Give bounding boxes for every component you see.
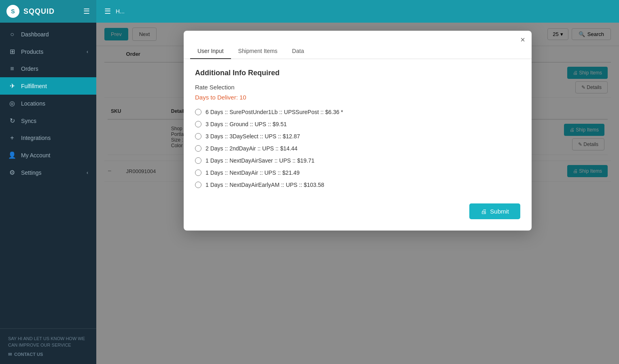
- products-icon: ⊞: [8, 48, 16, 55]
- app-title: SQQUID: [23, 7, 55, 16]
- radio-input-1[interactable]: [195, 109, 201, 115]
- modal-close-bar: ×: [184, 31, 532, 44]
- radio-input-2[interactable]: [195, 121, 201, 127]
- radio-options: 6 Days :: SurePostUnder1Lb :: UPSSurePos…: [195, 109, 520, 188]
- radio-input-7[interactable]: [195, 182, 201, 188]
- tab-shipment-items[interactable]: Shipment Items: [231, 44, 285, 59]
- sidebar-item-fulfillment[interactable]: ✈ Fulfillment: [0, 77, 96, 95]
- sidebar: S SQQUID ☰ ○ Dashboard ⊞ Products ‹≡ Ord…: [0, 0, 96, 364]
- sidebar-item-orders[interactable]: ≡ Orders: [0, 60, 96, 77]
- sidebar-nav: ○ Dashboard ⊞ Products ‹≡ Orders ✈ Fulfi…: [0, 23, 96, 328]
- sidebar-item-label: Syncs: [21, 118, 36, 124]
- radio-label-6: 1 Days :: NextDayAir :: UPS :: $21.49: [206, 169, 300, 176]
- contact-link[interactable]: ✉ CONTACT US: [8, 351, 88, 358]
- radio-option-1[interactable]: 6 Days :: SurePostUnder1Lb :: UPSSurePos…: [195, 109, 520, 115]
- sidebar-header: S SQQUID ☰: [0, 0, 96, 23]
- radio-label-3: 3 Days :: 3DaySelect :: UPS :: $12.87: [206, 133, 300, 140]
- dashboard-icon: ○: [8, 31, 16, 38]
- radio-input-5[interactable]: [195, 157, 201, 164]
- radio-option-5[interactable]: 1 Days :: NextDayAirSaver :: UPS :: $19.…: [195, 157, 520, 164]
- chevron-icon: ‹: [87, 49, 88, 55]
- rate-section-label: Rate Selection: [195, 84, 520, 91]
- logo-icon: S: [6, 5, 19, 18]
- modal-tabs: User InputShipment ItemsData: [184, 44, 532, 59]
- tab-data[interactable]: Data: [285, 44, 312, 59]
- syncs-icon: ↻: [8, 117, 16, 125]
- sidebar-item-integrations[interactable]: + Integrations: [0, 129, 96, 146]
- tab-user-input[interactable]: User Input: [190, 44, 231, 59]
- modal-dialog: × User InputShipment ItemsData Additiona…: [184, 31, 532, 231]
- print-icon: 🖨: [481, 208, 487, 215]
- radio-label-7: 1 Days :: NextDayAirEarlyAM :: UPS :: $1…: [206, 182, 324, 188]
- sidebar-item-label: Integrations: [21, 135, 51, 141]
- integrations-icon: +: [8, 134, 16, 142]
- topbar: ☰ H...: [96, 0, 619, 23]
- sidebar-item-locations[interactable]: ◎ Locations: [0, 95, 96, 112]
- settings-icon: ⚙: [8, 169, 16, 176]
- sidebar-item-label: Dashboard: [21, 31, 49, 38]
- sidebar-item-dashboard[interactable]: ○ Dashboard: [0, 26, 96, 43]
- sidebar-item-my-account[interactable]: 👤 My Account: [0, 146, 96, 164]
- modal-footer: 🖨 Submit: [195, 200, 520, 219]
- sidebar-item-products[interactable]: ⊞ Products ‹: [0, 43, 96, 60]
- orders-icon: ≡: [8, 65, 16, 72]
- mail-icon: ✉: [8, 351, 12, 358]
- radio-option-2[interactable]: 3 Days :: Ground :: UPS :: $9.51: [195, 121, 520, 127]
- footer-text: SAY HI AND LET US KNOW HOW WE CAN IMPROV…: [8, 336, 85, 348]
- sidebar-item-label: Products: [21, 49, 43, 55]
- content-area: Prev Next 25 ▾ 🔍 Search Order: [96, 23, 619, 364]
- radio-option-7[interactable]: 1 Days :: NextDayAirEarlyAM :: UPS :: $1…: [195, 182, 520, 188]
- radio-option-6[interactable]: 1 Days :: NextDayAir :: UPS :: $21.49: [195, 169, 520, 176]
- topbar-menu-icon[interactable]: ☰: [104, 7, 111, 16]
- sidebar-item-label: Orders: [21, 66, 38, 72]
- main-content: ☰ H... Prev Next 25 ▾ 🔍 Search: [96, 0, 619, 364]
- radio-option-3[interactable]: 3 Days :: 3DaySelect :: UPS :: $12.87: [195, 133, 520, 140]
- sidebar-item-label: My Account: [21, 152, 50, 159]
- submit-button[interactable]: 🖨 Submit: [469, 203, 520, 219]
- radio-label-2: 3 Days :: Ground :: UPS :: $9.51: [206, 121, 287, 127]
- radio-label-1: 6 Days :: SurePostUnder1Lb :: UPSSurePos…: [206, 109, 343, 115]
- modal-body: Additional Info Required Rate Selection …: [184, 59, 532, 231]
- modal-title: Additional Info Required: [195, 69, 520, 77]
- days-to-deliver: Days to Deliver: 10: [195, 94, 520, 101]
- radio-input-3[interactable]: [195, 133, 201, 140]
- radio-input-6[interactable]: [195, 169, 201, 176]
- chevron-icon: ‹: [87, 170, 88, 176]
- locations-icon: ◎: [8, 99, 16, 107]
- radio-input-4[interactable]: [195, 145, 201, 152]
- radio-label-5: 1 Days :: NextDayAirSaver :: UPS :: $19.…: [206, 157, 314, 164]
- radio-option-4[interactable]: 2 Days :: 2ndDayAir :: UPS :: $14.44: [195, 145, 520, 152]
- contact-label: CONTACT US: [14, 351, 43, 358]
- sidebar-item-label: Settings: [21, 169, 42, 176]
- breadcrumb: H...: [116, 8, 125, 15]
- hamburger-icon[interactable]: ☰: [83, 7, 90, 16]
- sidebar-item-label: Fulfillment: [21, 83, 47, 89]
- sidebar-item-syncs[interactable]: ↻ Syncs: [0, 112, 96, 129]
- sidebar-item-settings[interactable]: ⚙ Settings ‹: [0, 164, 96, 181]
- sidebar-footer: SAY HI AND LET US KNOW HOW WE CAN IMPROV…: [0, 328, 96, 364]
- modal-close-button[interactable]: ×: [520, 36, 525, 44]
- fulfillment-icon: ✈: [8, 82, 16, 90]
- radio-label-4: 2 Days :: 2ndDayAir :: UPS :: $14.44: [206, 145, 297, 152]
- modal-overlay: × User InputShipment ItemsData Additiona…: [96, 23, 619, 364]
- my-account-icon: 👤: [8, 151, 16, 159]
- sidebar-item-label: Locations: [21, 100, 45, 107]
